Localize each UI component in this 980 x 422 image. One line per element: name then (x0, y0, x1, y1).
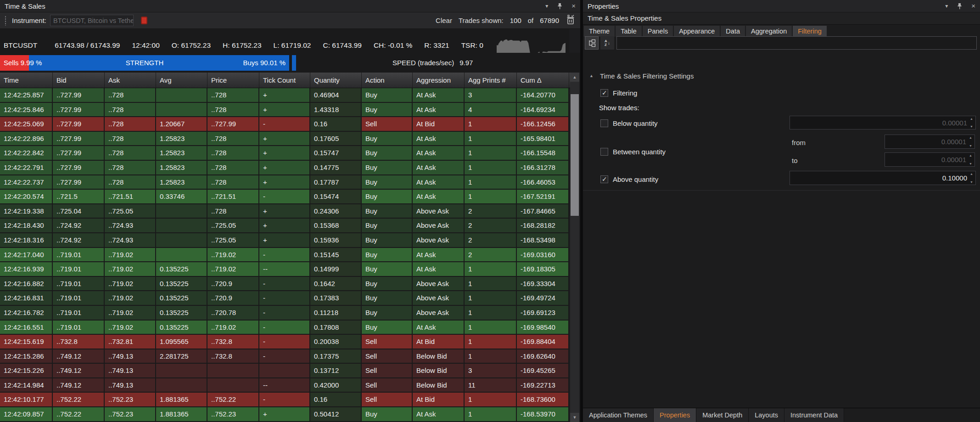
close-icon[interactable]: × (971, 3, 975, 9)
spinner-up-icon[interactable]: ▲ (969, 172, 974, 176)
spinner-up-icon[interactable]: ▲ (969, 117, 974, 121)
column-header[interactable]: Time (0, 73, 53, 88)
from-quantity-input[interactable] (885, 135, 966, 148)
chevron-down-icon[interactable]: ▾ (545, 3, 548, 9)
table-row[interactable]: 12:42:25.069..727.99..7281.20667..727.99… (0, 117, 570, 132)
above-quantity-input[interactable] (790, 171, 967, 185)
table-row[interactable]: 12:42:18.316..724.92..724.93..725.05+0.1… (0, 233, 570, 248)
spinner-down-icon[interactable]: ▼ (968, 144, 974, 148)
close-icon[interactable]: × (571, 3, 576, 9)
column-header[interactable]: Quantity (310, 73, 362, 88)
clear-trades-icon[interactable] (566, 15, 576, 27)
instrument-info-bar: BTCUSDT 61743.98 / 61743.99 12:42:00 O: … (0, 29, 569, 53)
collapse-triangle-icon[interactable]: ▲ (589, 73, 594, 78)
bottom-tab-application-themes[interactable]: Application Themes (583, 408, 654, 422)
to-quantity-input[interactable] (885, 153, 966, 166)
table-row[interactable]: 12:42:18.430..724.92..724.93..725.05+0.1… (0, 219, 570, 233)
vertical-scrollbar[interactable]: ▲ ▼ (570, 73, 579, 422)
instrument-select[interactable]: BTCUSDT, Bitcoin vs Tether ▾ (50, 15, 134, 26)
cell-bid: ..724.92 (53, 233, 105, 248)
column-header[interactable]: Bid (53, 73, 105, 88)
table-row[interactable]: 12:42:16.551..719.01..719.020.135225..71… (0, 321, 570, 335)
spinner-down-icon[interactable]: ▼ (969, 124, 974, 129)
table-row[interactable]: 12:42:22.791..727.99..7281.25823..728+0.… (0, 161, 570, 175)
column-header[interactable]: Ask (105, 73, 156, 88)
column-header[interactable]: Price (207, 73, 259, 88)
table-row[interactable]: 12:42:15.226..749.12..749.130.13712SellB… (0, 364, 570, 378)
column-header[interactable]: Cum Δ (517, 73, 569, 88)
table-row[interactable]: 12:42:17.040..719.01..719.02..719.02-0.1… (0, 248, 570, 263)
table-row[interactable]: 12:42:20.574..721.5..721.510.33746..721.… (0, 190, 570, 204)
spinner-up-icon[interactable]: ▲ (968, 135, 974, 140)
drag-handle-icon[interactable] (5, 16, 6, 26)
categorized-view-button[interactable] (585, 36, 599, 50)
cell-ask: ..749.13 (105, 378, 156, 393)
table-row[interactable]: 12:42:09.857..752.22..752.231.881365..75… (0, 407, 570, 422)
clear-button[interactable]: Clear (436, 17, 452, 24)
scroll-up-icon[interactable]: ▲ (570, 73, 579, 82)
tab-aggregation[interactable]: Aggregation (746, 26, 792, 37)
cell-price: ..719.02 (207, 321, 259, 335)
below-quantity-input[interactable] (790, 116, 967, 129)
tab-appearance[interactable]: Appearance (674, 26, 720, 37)
settings-group-header[interactable]: ▲ Time & Sales Filtering Settings (589, 70, 694, 82)
above-quantity-checkbox[interactable] (600, 175, 608, 183)
spinner-down-icon[interactable]: ▼ (968, 162, 974, 166)
panel-title: Time & Sales (5, 2, 45, 10)
table-row[interactable]: 12:42:22.896..727.99..7281.25823..728+0.… (0, 132, 570, 146)
cell-bid: ..725.04 (53, 204, 105, 219)
table-row[interactable]: 12:42:25.846..727.99..728..728+1.43318Bu… (0, 103, 570, 118)
table-row[interactable]: 12:42:15.619..732.8..732.811.095565..732… (0, 335, 570, 349)
cell-cum: -166.46053 (517, 175, 569, 190)
table-row[interactable]: 12:42:22.842..727.99..7281.25823..728+0.… (0, 146, 570, 161)
tab-table[interactable]: Table (616, 26, 642, 37)
tab-panels[interactable]: Panels (643, 26, 673, 37)
table-row[interactable]: 12:42:16.831..719.01..719.020.135225..72… (0, 291, 570, 306)
table-row[interactable]: 12:42:22.737..727.99..7281.25823..728+0.… (0, 175, 570, 190)
column-header[interactable]: Action (362, 73, 413, 88)
table-row[interactable]: 12:42:14.984..749.12..749.13--0.42000Sel… (0, 378, 570, 393)
show-trades-label: Show trades: (599, 104, 639, 112)
chevron-down-icon[interactable]: ▾ (945, 3, 948, 9)
below-quantity-checkbox[interactable] (600, 119, 608, 127)
filtering-label: Filtering (613, 89, 637, 97)
pin-icon[interactable] (557, 3, 562, 10)
cell-price: ..719.02 (207, 262, 259, 277)
cell-avg: 1.20667 (156, 117, 207, 132)
cell-aggr: Above Ask (413, 277, 465, 292)
scroll-down-icon[interactable]: ▼ (570, 413, 579, 422)
table-row[interactable]: 12:42:16.882..719.01..719.020.135225..72… (0, 277, 570, 292)
spinner-up-icon[interactable]: ▲ (968, 153, 974, 158)
table-row[interactable]: 12:42:25.857..727.99..728..728+0.46904Bu… (0, 88, 570, 103)
table-row[interactable]: 12:42:16.782..719.01..719.020.135225..72… (0, 306, 570, 321)
column-header[interactable]: Avg (156, 73, 207, 88)
bottom-tab-instrument-data[interactable]: Instrument Data (784, 408, 844, 422)
cell-qty: 0.17605 (310, 132, 362, 146)
cell-bid: ..732.8 (53, 335, 105, 349)
table-row[interactable]: 12:42:19.338..725.04..725.05..728+0.2430… (0, 204, 570, 219)
table-row[interactable]: 12:42:15.286..749.12..749.132.281725..73… (0, 349, 570, 364)
table-row[interactable]: 12:42:10.177..752.22..752.231.881365..75… (0, 393, 570, 407)
bottom-tab-properties[interactable]: Properties (654, 408, 696, 422)
properties-search-input[interactable] (616, 36, 977, 50)
scrollbar-thumb[interactable] (571, 94, 579, 216)
tab-theme[interactable]: Theme (584, 26, 615, 37)
cell-qty: 0.11218 (310, 306, 362, 321)
tab-data[interactable]: Data (721, 26, 745, 37)
cell-prints: 2 (465, 248, 517, 263)
spinner-down-icon[interactable]: ▼ (969, 180, 974, 184)
bottom-tab-market-depth[interactable]: Market Depth (696, 408, 749, 422)
bottom-tab-layouts[interactable]: Layouts (749, 408, 784, 422)
filtering-checkbox[interactable] (600, 89, 608, 97)
column-header[interactable]: Aggression (413, 73, 465, 88)
from-input-box: ▲▼ (885, 135, 975, 149)
cell-bid: ..749.12 (53, 364, 105, 378)
between-quantity-checkbox[interactable] (600, 148, 608, 156)
column-header[interactable]: Agg Prints # (465, 73, 517, 88)
sort-az-button[interactable]: AZ ↓ (600, 36, 614, 50)
tab-filtering[interactable]: Filtering (793, 26, 827, 37)
cell-action: Sell (362, 393, 413, 407)
pin-icon[interactable] (957, 3, 962, 10)
column-header[interactable]: Tick Count (259, 73, 310, 88)
table-row[interactable]: 12:42:16.939..719.01..719.020.135225..71… (0, 262, 570, 277)
